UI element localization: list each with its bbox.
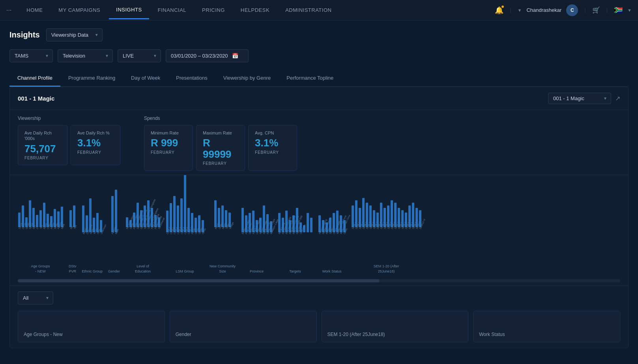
- bottom-card-label-1: Gender: [176, 332, 191, 337]
- live-select[interactable]: LIVE: [118, 49, 161, 62]
- tams-select[interactable]: TAMS: [9, 49, 53, 62]
- user-name[interactable]: Chandrashekar: [526, 7, 561, 13]
- chart-group-0: 15-2425-3435-4950-6465+2-YesBlackColoure…: [18, 200, 63, 274]
- chart-section: 15-2425-3435-4950-6465+2-YesBlackColoure…: [10, 175, 628, 286]
- bar: [310, 218, 312, 232]
- television-select[interactable]: Television: [58, 49, 113, 62]
- bar: [173, 196, 176, 232]
- nav-administration[interactable]: ADMINISTRATION: [278, 2, 339, 19]
- nav-helpdesk[interactable]: HELPDESK: [234, 2, 277, 19]
- cart-icon[interactable]: 🛒: [592, 6, 600, 14]
- bottom-card-gender: Gender: [170, 311, 317, 342]
- channel-select[interactable]: 001 - 1 Magic: [548, 93, 611, 104]
- filter-all-select[interactable]: All: [18, 291, 53, 304]
- viewership-label: Viewership: [18, 116, 120, 121]
- chart-group-9: HousekeepingNational ServiceRetiredStude…: [318, 211, 346, 274]
- television-dropdown-wrap: Television ▼: [58, 49, 113, 62]
- metric-period-0: FEBRUARY: [24, 156, 61, 160]
- nav-right: 🔔 | ▼ Chandrashekar C | 🛒 | 🇿🇦 ▼: [495, 4, 632, 16]
- bottom-card-age-groups: Age Groups - New: [18, 311, 165, 342]
- bar: [111, 196, 114, 232]
- notification-bell[interactable]: 🔔: [495, 6, 503, 15]
- live-dropdown-wrap: LIVE ▼: [118, 49, 161, 62]
- metric-period-2: FEBRUARY: [151, 150, 186, 155]
- group-name-2: Ethnic Group: [82, 269, 103, 274]
- group-name-0: Age Groups- NEW: [31, 264, 50, 274]
- tab-channel-profile[interactable]: Channel Profile: [9, 70, 60, 87]
- date-range-picker[interactable]: 03/01/2020 – 03/23/2020 📅: [166, 49, 249, 62]
- tab-bar: Channel Profile Programme Ranking Day of…: [9, 70, 629, 87]
- metric-period-3: FEBRUARY: [203, 161, 238, 166]
- metric-label-0: Ave Daily Rch '000s: [24, 130, 61, 142]
- metric-label-1: Ave Daily Rch %: [77, 130, 114, 136]
- bar: [36, 215, 38, 227]
- bar: [184, 175, 186, 232]
- chart-group-4: No SchoolingSome PrimaryPrimary Complete…: [125, 200, 160, 274]
- divider-2: |: [584, 7, 586, 13]
- nav-insights[interactable]: INSIGHTS: [109, 1, 149, 19]
- avatar[interactable]: C: [566, 4, 578, 16]
- spends-section: Spends Minimum Rate R 999 FEBRUARY Maxim…: [144, 116, 297, 171]
- bottom-card-sem: SEM 1-20 (After 25June18): [322, 311, 469, 342]
- calendar-icon: 📅: [232, 53, 238, 59]
- flag-icon: 🇿🇦: [614, 6, 623, 15]
- metric-ave-daily-rch-pct: Ave Daily Rch % 3.1% FEBRUARY: [71, 125, 120, 165]
- nav-financial[interactable]: FINANCIAL: [151, 2, 193, 19]
- nav-home[interactable]: HOME: [19, 2, 50, 19]
- bottom-section: All ▼ Age Groups - New Gender SEM 1-20 (…: [10, 286, 628, 348]
- group-name-10: SEM 1-20 (After 25June18): [372, 264, 400, 274]
- group-name-1: DStvPVR: [69, 264, 77, 274]
- viewership-data-select[interactable]: Viewership Data: [46, 28, 103, 41]
- filter-all-select-wrap: All ▼: [18, 291, 53, 304]
- metric-label-3: Maximum Rate: [203, 130, 238, 136]
- flag-dropdown-arrow: ▼: [627, 8, 632, 13]
- page-header: Insights Viewership Data ▼: [9, 28, 629, 41]
- tab-day-of-week[interactable]: Day of Week: [123, 70, 168, 87]
- metric-label-2: Minimum Rate: [151, 130, 186, 136]
- card-header-right: 001 - 1 Magic ▼ ↗: [548, 93, 620, 104]
- viewership-metrics: Ave Daily Rch '000s 75,707 FEBRUARY Ave …: [18, 125, 120, 165]
- tab-performance-topline[interactable]: Performance Topline: [279, 70, 341, 87]
- group-name-8: Targets: [289, 269, 301, 274]
- chart-group-10: SEM 1 LSEM 1 HSEM 2 LSEM 2 HSEM 3 LSEM 3…: [351, 198, 421, 274]
- spends-metrics: Minimum Rate R 999 FEBRUARY Maximum Rate…: [144, 125, 297, 171]
- filter-all-wrap: All ▼: [18, 291, 620, 304]
- main-card: 001 - 1 Magic 001 - 1 Magic ▼ ↗ Viewersh…: [9, 87, 629, 348]
- bar: [307, 213, 309, 232]
- tab-presentations[interactable]: Presentations: [168, 70, 215, 87]
- date-range-text: 03/01/2020 – 03/23/2020: [171, 53, 228, 59]
- page-title: Insights: [9, 30, 40, 39]
- metric-label-4: Avg. CPN: [255, 130, 290, 136]
- card-header: 001 - 1 Magic 001 - 1 Magic ▼ ↗: [10, 87, 628, 110]
- tab-programme-ranking[interactable]: Programme Ranking: [60, 70, 123, 87]
- chart-group-5: LSM 4LSM 5LSM 6LSM 7LSM 8LSM 9LSM 10Rura…: [166, 175, 204, 274]
- external-link-icon[interactable]: ↗: [615, 95, 620, 102]
- chart-group-1: NoYesDStvPVR: [69, 205, 77, 274]
- metric-value-0: 75,707: [24, 143, 61, 155]
- group-name-6: New CommunitySize: [210, 264, 236, 274]
- nav-dots[interactable]: ···: [6, 7, 11, 14]
- metric-value-2: R 999: [151, 137, 186, 149]
- tab-viewership-by-genre[interactable]: Viewership by Genre: [215, 70, 279, 87]
- group-name-4: Level of Education: [129, 264, 157, 274]
- viewership-data-dropdown-wrap: Viewership Data ▼: [46, 28, 103, 41]
- group-name-5: LSM Group: [176, 269, 194, 274]
- viewership-section: Viewership Ave Daily Rch '000s 75,707 FE…: [18, 116, 120, 171]
- divider-3: |: [606, 7, 608, 13]
- notification-dot: [501, 5, 504, 8]
- bar: [115, 190, 117, 232]
- group-name-3: Gender: [108, 269, 120, 274]
- tams-dropdown-wrap: TAMS ▼: [9, 49, 53, 62]
- metric-value-3: R 99999: [203, 137, 238, 160]
- chart-group-8: R0-R4 999R5,000-R19 999R20,000-R39 999R4…: [278, 208, 312, 274]
- nav-my-campaigns[interactable]: MY CAMPAIGNS: [51, 2, 107, 19]
- metrics-section: Viewership Ave Daily Rch '000s 75,707 FE…: [10, 110, 628, 175]
- channel-select-wrap: 001 - 1 Magic ▼: [548, 93, 611, 104]
- bar: [69, 210, 72, 227]
- metric-max-rate: Maximum Rate R 99999 FEBRUARY: [196, 125, 245, 171]
- nav-pricing[interactable]: PRICING: [195, 2, 232, 19]
- page-content: Insights Viewership Data ▼ TAMS ▼ Televi…: [0, 21, 638, 356]
- bottom-card-label-3: Work Status: [479, 332, 505, 337]
- metric-ave-daily-rch-000s: Ave Daily Rch '000s 75,707 FEBRUARY: [18, 125, 67, 165]
- filter-row: TAMS ▼ Television ▼ LIVE ▼ 03/01/2020 – …: [9, 49, 629, 62]
